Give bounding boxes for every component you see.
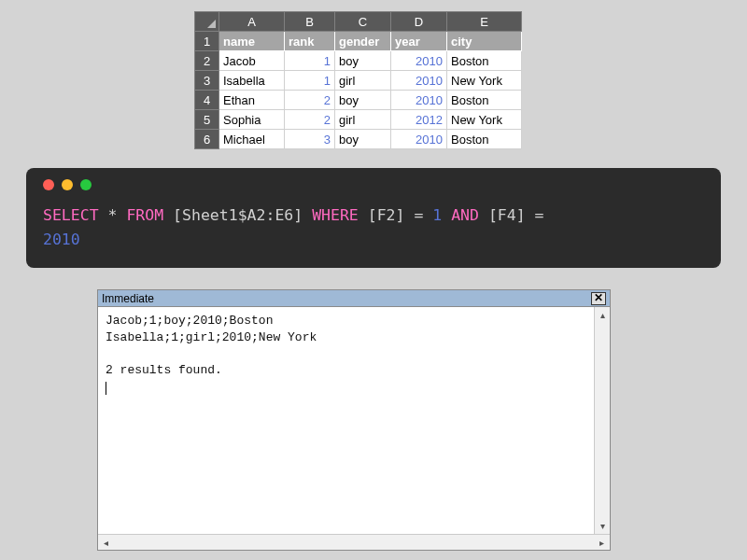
cell[interactable]: Boston [447, 130, 522, 149]
cell[interactable]: 2010 [391, 71, 447, 91]
cell[interactable]: 1 [285, 51, 335, 71]
cell[interactable]: girl [335, 110, 391, 130]
kw-and: AND [442, 206, 488, 224]
row-header[interactable]: 6 [195, 130, 219, 149]
cell[interactable]: Michael [219, 130, 285, 149]
cell[interactable]: boy [335, 130, 391, 149]
cell[interactable]: Boston [447, 91, 522, 110]
cell[interactable]: Jacob [219, 51, 285, 71]
col-header-D[interactable]: D [391, 12, 447, 32]
cell[interactable]: 2 [285, 91, 335, 110]
row-header[interactable]: 1 [195, 32, 219, 51]
spreadsheet[interactable]: A B C D E 1 name rank gender year city 2… [194, 11, 522, 149]
code-text: * [99, 206, 127, 224]
cell[interactable]: Isabella [219, 71, 285, 91]
table-row: 4 Ethan 2 boy 2010 Boston [195, 91, 522, 110]
cell[interactable]: boy [335, 91, 391, 110]
cell[interactable]: 2010 [391, 91, 447, 110]
immediate-content[interactable]: Jacob;1;boy;2010;Boston Isabella;1;girl;… [98, 307, 594, 534]
cell[interactable]: rank [285, 32, 335, 51]
cell[interactable]: Boston [447, 51, 522, 71]
immediate-titlebar[interactable]: Immediate ✕ [98, 290, 610, 307]
table-row: 6 Michael 3 boy 2010 Boston [195, 130, 522, 149]
cell[interactable]: Ethan [219, 91, 285, 110]
cell[interactable]: year [391, 32, 447, 51]
code-number: 2010 [43, 231, 80, 248]
cell[interactable]: name [219, 32, 285, 51]
immediate-window: Immediate ✕ Jacob;1;boy;2010;Boston Isab… [97, 289, 611, 551]
col-header-B[interactable]: B [285, 12, 335, 32]
cell[interactable]: 2 [285, 110, 335, 130]
code-text: [F2] = [359, 206, 432, 224]
cell[interactable]: 3 [285, 130, 335, 149]
kw-where: WHERE [312, 206, 359, 224]
cell[interactable]: gender [335, 32, 391, 51]
cell[interactable]: 2010 [391, 130, 447, 149]
select-all-corner[interactable] [195, 12, 219, 32]
cell[interactable]: 1 [285, 71, 335, 91]
col-header-E[interactable]: E [447, 12, 522, 32]
maximize-icon[interactable] [80, 179, 92, 190]
scroll-right-icon[interactable]: ▸ [594, 535, 610, 551]
text-cursor [106, 382, 106, 395]
window-controls [43, 179, 704, 190]
horizontal-scrollbar[interactable]: ◂ ▸ [98, 534, 610, 550]
close-icon[interactable] [43, 179, 54, 190]
output-line: Isabella;1;girl;2010;New York [106, 330, 317, 344]
sql-code: SELECT * FROM [Sheet1$A2:E6] WHERE [F2] … [43, 203, 704, 251]
code-number: 1 [432, 206, 442, 224]
scroll-down-icon[interactable]: ▾ [595, 518, 611, 534]
table-row: 3 Isabella 1 girl 2010 New York [195, 71, 522, 91]
cell[interactable]: 2012 [391, 110, 447, 130]
scroll-left-icon[interactable]: ◂ [98, 535, 114, 551]
col-header-C[interactable]: C [335, 12, 391, 32]
cell[interactable]: New York [447, 71, 522, 91]
vertical-scrollbar[interactable]: ▴ ▾ [594, 307, 610, 534]
immediate-title: Immediate [102, 292, 154, 305]
minimize-icon[interactable] [62, 179, 73, 190]
kw-from: FROM [126, 206, 163, 224]
cell[interactable]: city [447, 32, 522, 51]
table-row: 1 name rank gender year city [195, 32, 522, 51]
close-button[interactable]: ✕ [591, 292, 606, 305]
scroll-up-icon[interactable]: ▴ [595, 307, 611, 323]
cell[interactable]: New York [447, 110, 522, 130]
output-line: 2 results found. [106, 363, 222, 377]
row-header[interactable]: 3 [195, 71, 219, 91]
table-row: 2 Jacob 1 boy 2010 Boston [195, 51, 522, 71]
code-text: [F4] = [488, 206, 544, 224]
output-line: Jacob;1;boy;2010;Boston [106, 314, 273, 328]
table-row: 5 Sophia 2 girl 2012 New York [195, 110, 522, 130]
code-text: [Sheet1$A2:E6] [163, 206, 312, 224]
row-header[interactable]: 5 [195, 110, 219, 130]
row-header[interactable]: 2 [195, 51, 219, 71]
row-header[interactable]: 4 [195, 91, 219, 110]
code-block: SELECT * FROM [Sheet1$A2:E6] WHERE [F2] … [26, 168, 721, 268]
cell[interactable]: girl [335, 71, 391, 91]
cell[interactable]: boy [335, 51, 391, 71]
cell[interactable]: 2010 [391, 51, 447, 71]
kw-select: SELECT [43, 206, 99, 224]
col-header-A[interactable]: A [219, 12, 285, 32]
cell[interactable]: Sophia [219, 110, 285, 130]
